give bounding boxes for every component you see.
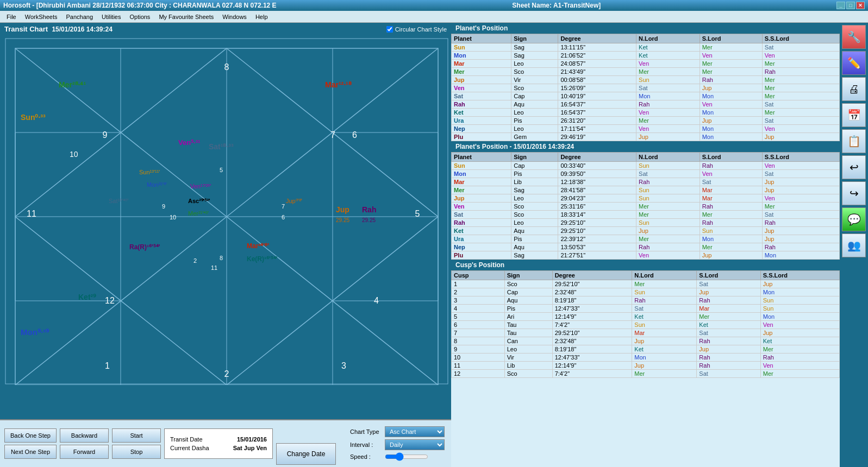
chart-type-label: Chart Type: [350, 428, 383, 435]
t-col-slord: S.Lord: [700, 153, 762, 162]
svg-text:4: 4: [374, 296, 379, 305]
close-btn[interactable]: ✕: [856, 2, 865, 9]
svg-text:7: 7: [330, 130, 335, 140]
chart-style-label: Circular Chart Style: [395, 26, 447, 33]
svg-text:2: 2: [193, 257, 197, 264]
chart-type-panel: Chart Type Asc Chart Interval : Daily Sp…: [350, 426, 445, 461]
c-col-nlord: N.Lord: [632, 271, 697, 280]
print-button[interactable]: 🖨: [842, 77, 866, 101]
svg-text:6: 6: [352, 130, 357, 140]
table-row: Sun Cap 00:33'40" Sun Rah Ven: [452, 162, 840, 170]
svg-text:Jup⁰'⁸': Jup⁰'⁸': [286, 198, 302, 204]
menu-windows[interactable]: Windows: [218, 12, 251, 21]
svg-text:Sat¹⁰'⁴⁰': Sat¹⁰'⁴⁰': [109, 198, 128, 204]
svg-text:Sun¹³'¹¹': Sun¹³'¹¹': [139, 169, 160, 175]
menu-file[interactable]: File: [2, 12, 21, 21]
speed-slider[interactable]: [385, 452, 428, 461]
col-sign: Sign: [511, 34, 558, 43]
back-one-step-btn[interactable]: Back One Step: [4, 428, 57, 443]
interval-label: Interval :: [350, 441, 383, 448]
menu-worksheets[interactable]: WorkSheets: [21, 12, 62, 21]
svg-text:10: 10: [170, 214, 176, 220]
table-row: Mon Sag 21:06'52" Ket Ven Ven: [452, 52, 840, 60]
menu-help[interactable]: Help: [251, 12, 272, 21]
svg-text:Ven⁵·³¹: Ven⁵·³¹: [178, 138, 200, 147]
col-degree: Degree: [558, 34, 636, 43]
table-row: 7 Tau 29:52'10" Mar Sat Jup: [452, 329, 840, 337]
current-dasha-value: Sat Jup Ven: [233, 445, 267, 451]
titlebar: Horosoft - [Dhirubhi Ambani 28/12/1932 0…: [0, 0, 868, 11]
right-panel: Planet's Position Planet Sign Degree N.L…: [451, 23, 840, 467]
back-button[interactable]: ↩: [842, 155, 866, 179]
chart-style-toggle[interactable]: Circular Chart Style: [386, 26, 447, 33]
svg-text:8: 8: [220, 255, 223, 261]
table-row: 9 Leo 8:19'18" Ket Jup Mer: [452, 345, 840, 354]
natal-planets-table: Planet Sign Degree N.Lord S.Lord S.S.Lor…: [451, 34, 840, 141]
table-row: Mar Leo 24:08'57" Ven Mer Mer: [452, 60, 840, 68]
svg-text:9: 9: [103, 130, 108, 140]
svg-text:Ra(R)¹⁶'⁵⁴': Ra(R)¹⁶'⁵⁴': [129, 243, 160, 251]
calendar-button[interactable]: 📅: [842, 103, 866, 127]
table-row: Sat Cap 10:40'19" Mon Mon Mer: [452, 92, 840, 100]
cusps-header: Cusp's Position: [451, 260, 840, 270]
edit-button[interactable]: ✏️: [842, 51, 866, 75]
table-row: 12 Sco 7:4'2" Mer Sat Mer: [452, 370, 840, 378]
transit-planets-header: Planet's Position - 15/01/2016 14:39:24: [451, 141, 840, 152]
table-row: Nep Aqu 13:50'53" Rah Mer Rah: [452, 243, 840, 251]
table-row: Ven Sco 25:31'16" Mer Rah Mer: [452, 203, 840, 211]
change-date-btn[interactable]: Change Date: [276, 443, 336, 465]
window-controls: _ □ ✕: [836, 2, 865, 9]
menu-utilities[interactable]: Utilities: [97, 12, 125, 21]
menu-favourite[interactable]: My Favourite Sheets: [154, 12, 218, 21]
notes-button[interactable]: 📋: [842, 129, 866, 153]
svg-text:Ven¹⁵'²⁶': Ven¹⁵'²⁶': [190, 183, 211, 190]
svg-text:11: 11: [211, 264, 217, 271]
interval-select[interactable]: Daily: [385, 439, 445, 450]
svg-text:Sat¹⁸·³³: Sat¹⁸·³³: [209, 142, 234, 151]
svg-text:Mar²⁴'⁸': Mar²⁴'⁸': [247, 242, 269, 250]
transit-planets-table: Planet Sign Degree N.Lord S.Lord S.S.Lor…: [451, 152, 840, 260]
current-dasha-label: Current Dasha: [170, 445, 209, 451]
table-row: Mer Sag 28:41'58" Sun Mar Jup: [452, 186, 840, 194]
c-col-sign: Sign: [504, 271, 552, 280]
svg-text:8: 8: [224, 62, 229, 72]
t-col-planet: Planet: [452, 153, 511, 162]
stop-btn[interactable]: Stop: [112, 445, 161, 459]
svg-text:Mon⁹·³⁹: Mon⁹·³⁹: [21, 327, 49, 337]
menubar: File WorkSheets Panchang Utilities Optio…: [0, 11, 868, 23]
svg-text:Mer²⁸·⁴¹: Mer²⁸·⁴¹: [59, 80, 86, 89]
svg-text:Mon²¹'⁶': Mon²¹'⁶': [147, 181, 167, 188]
menu-panchang[interactable]: Panchang: [61, 12, 97, 21]
maximize-btn[interactable]: □: [846, 2, 855, 9]
table-row: Mer Sco 21:43'49" Mer Mer Rah: [452, 68, 840, 76]
t-col-degree: Degree: [558, 153, 636, 162]
c-col-slord: S.Lord: [697, 271, 760, 280]
table-row: Ura Pis 22:39'12" Mer Mon Jup: [452, 235, 840, 243]
backward-btn[interactable]: Backward: [60, 428, 109, 443]
svg-text:12: 12: [105, 296, 115, 305]
circular-style-checkbox[interactable]: [386, 26, 393, 33]
table-row: 6 Tau 7:4'2" Sun Ket Ven: [452, 321, 840, 329]
next-one-step-btn[interactable]: Next One Step: [4, 445, 57, 459]
c-col-sslord: S.S.Lord: [760, 271, 839, 280]
whatsapp-button[interactable]: 💬: [842, 207, 866, 231]
minimize-btn[interactable]: _: [836, 2, 845, 9]
svg-text:11: 11: [27, 209, 36, 218]
table-row: 3 Aqu 8:19'18" Rah Rah Sun: [452, 296, 840, 305]
tools-button[interactable]: 🔧: [842, 25, 866, 49]
forward-btn[interactable]: Forward: [60, 445, 109, 459]
chart-type-select[interactable]: Asc Chart: [385, 426, 445, 437]
forward-button[interactable]: ↪: [842, 181, 866, 205]
table-row: Plu Sag 21:27'51" Ven Jup Mon: [452, 251, 840, 260]
svg-text:2: 2: [224, 369, 229, 378]
sheet-name: Sheet Name: A1-TransitNew]: [512, 2, 601, 9]
start-btn[interactable]: Start: [112, 428, 161, 443]
people-button[interactable]: 👥: [842, 234, 866, 257]
table-row: 10 Vir 12:47'33" Mon Rah Rah: [452, 354, 840, 362]
menu-options[interactable]: Options: [125, 12, 154, 21]
svg-text:1: 1: [105, 361, 110, 370]
date-info-panel: Transit Date 15/01/2016 Current Dasha Sa…: [164, 428, 273, 459]
table-row: Ura Pis 26:31'20" Mer Jup Sat: [452, 117, 840, 125]
svg-text:Mar¹²·¹⁸: Mar¹²·¹⁸: [325, 80, 352, 89]
c-col-cusp: Cusp: [452, 271, 505, 280]
